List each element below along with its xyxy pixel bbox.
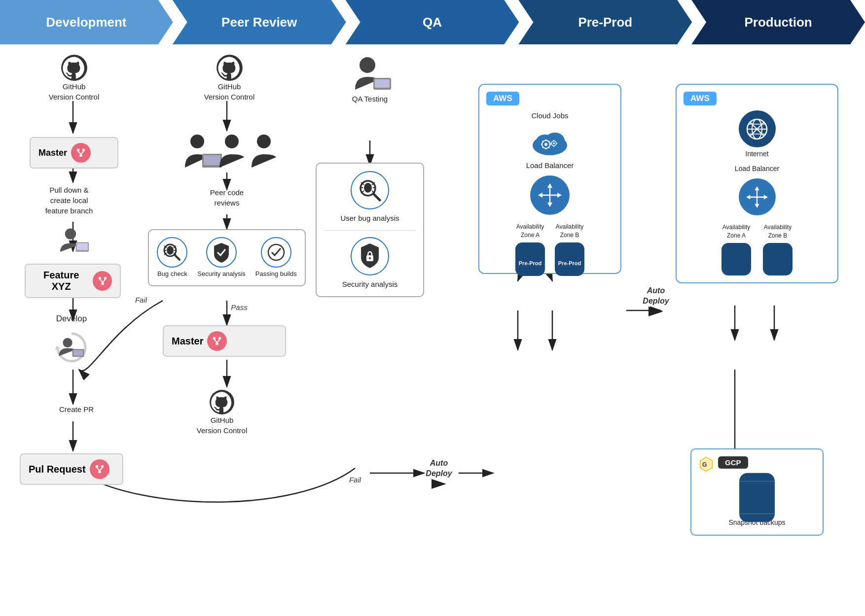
pr-bug-check-label: Bug check xyxy=(157,270,187,278)
prod-internet-icon xyxy=(739,110,776,147)
pr-pass-text: Pass xyxy=(231,303,247,311)
preprod-aws-container: AWS Cloud Jobs Load Bal xyxy=(478,84,621,274)
dev-person-icon xyxy=(57,224,91,259)
prod-zones: AvailabilityZone A AvailabilityZone B xyxy=(684,223,830,275)
preprod-zone-a-label: AvailabilityZone A xyxy=(516,223,544,240)
auto-deploy-prod: AutoDeploy xyxy=(634,286,678,316)
svg-point-47 xyxy=(101,465,104,468)
svg-line-73 xyxy=(215,340,217,342)
dev-develop-label: Develop xyxy=(56,313,87,325)
tab-production-label: Production xyxy=(744,15,812,30)
svg-marker-114 xyxy=(547,183,552,188)
svg-marker-131 xyxy=(764,195,768,199)
dev-master-icon xyxy=(71,143,91,163)
qa-security: Security analysis xyxy=(324,230,416,289)
pr-bug-check: Bug check xyxy=(157,237,187,278)
svg-point-76 xyxy=(360,57,375,73)
svg-point-48 xyxy=(98,471,101,474)
svg-line-81 xyxy=(373,194,380,200)
main-content: GitHubVersion Control Master Pull down &… xyxy=(0,44,865,616)
preprod-lb-label: Load Balancer xyxy=(526,160,574,171)
pr-master-box: Master xyxy=(163,325,286,357)
preprod-aws-box: AWS Cloud Jobs Load Bal xyxy=(478,84,621,274)
tab-preprod: Pre-Prod xyxy=(518,0,692,44)
svg-point-38 xyxy=(104,277,107,280)
svg-line-49 xyxy=(97,468,100,471)
svg-line-32 xyxy=(78,151,81,154)
svg-rect-45 xyxy=(73,350,83,355)
qa-box: User bug analysis Security analysis xyxy=(311,163,429,297)
prod-gcp-container: G GCP Snapshot backups xyxy=(690,448,824,536)
prod-db-a xyxy=(721,243,751,275)
preprod-db-b-label: Pre-Prod xyxy=(558,260,581,266)
pr-fail-label: Fail xyxy=(126,296,156,304)
dev-pul-request-node: Pul Request xyxy=(20,453,123,485)
pr-security-icon xyxy=(206,237,237,268)
tab-qa: QA xyxy=(346,0,519,44)
qa-person-icon xyxy=(348,54,392,94)
svg-point-82 xyxy=(364,183,372,193)
pr-peer-label: Peer codereviews xyxy=(182,187,271,208)
preprod-cloud-jobs-label: Cloud Jobs xyxy=(531,110,568,121)
prod-internet: Internet xyxy=(739,110,776,159)
dev-feature-box: Feature XYZ xyxy=(25,264,121,298)
svg-rect-78 xyxy=(375,79,390,88)
pr-master-icon xyxy=(207,331,227,351)
prod-zone-b: AvailabilityZone B xyxy=(763,223,793,275)
pr-security-analysis: Security analysis xyxy=(197,237,246,278)
svg-line-40 xyxy=(100,279,103,282)
qa-security-icon xyxy=(350,237,390,276)
svg-line-41 xyxy=(103,279,106,282)
preprod-zone-b-label: AvailabilityZone B xyxy=(556,223,583,240)
preprod-zone-a: AvailabilityZone A Pre-Prod xyxy=(515,223,545,266)
dev-github-label: GitHubVersion Control xyxy=(49,81,100,102)
dev-feature-node: Feature XYZ xyxy=(25,264,121,298)
prod-internet-label: Internet xyxy=(745,149,768,159)
pr-passing-label: Passing builds xyxy=(255,270,297,278)
svg-line-105 xyxy=(548,141,549,142)
prod-db-b xyxy=(763,243,793,275)
auto-deploy-prod-arrow xyxy=(649,307,663,316)
preprod-cloud-icon xyxy=(530,126,570,155)
preprod-db-a: Pre-Prod xyxy=(515,242,545,266)
svg-marker-128 xyxy=(755,186,759,190)
prod-lb-icon xyxy=(739,178,776,215)
pr-github-bottom: GitHubVersion Control xyxy=(182,389,261,436)
qa-user-bug: User bug analysis xyxy=(340,171,399,223)
preprod-aws-label: AWS xyxy=(486,92,519,105)
svg-point-29 xyxy=(77,149,80,152)
preprod-lb-icon xyxy=(530,175,570,215)
svg-point-30 xyxy=(82,149,85,152)
qa-fail-label: Fail xyxy=(335,476,375,484)
svg-point-97 xyxy=(544,143,547,146)
svg-point-71 xyxy=(218,337,221,340)
pr-github-label: GitHubVersion Control xyxy=(204,81,255,102)
qa-fail-text: Fail xyxy=(349,476,361,484)
prod-aws-box: AWS Internet Load Balancer xyxy=(676,84,838,283)
preprod-zones: AvailabilityZone A Pre-Prod Availability… xyxy=(486,223,613,266)
qa-user-bug-label: User bug analysis xyxy=(340,213,399,223)
svg-marker-129 xyxy=(755,204,759,207)
preprod-zone-b: AvailabilityZone B Pre-Prod xyxy=(555,223,584,266)
qa-security-label: Security analysis xyxy=(342,279,398,289)
svg-point-72 xyxy=(216,342,219,345)
tab-peer-review: Peer Review xyxy=(173,0,346,44)
prod-zone-a-label: AvailabilityZone A xyxy=(722,223,750,240)
bug-check-icon xyxy=(157,237,187,268)
pr-passing-icon xyxy=(261,237,291,268)
tab-development-label: Development xyxy=(46,15,126,30)
dev-feature-icon xyxy=(93,271,112,291)
dev-pul-request-label: Pul Request xyxy=(29,464,86,475)
svg-marker-118 xyxy=(649,307,663,316)
pr-github-icon xyxy=(216,54,243,81)
pr-master-label: Master xyxy=(172,336,203,347)
svg-line-33 xyxy=(81,151,84,154)
svg-marker-116 xyxy=(538,193,542,198)
header-banner: Development Peer Review QA Pre-Prod Prod… xyxy=(0,0,865,44)
svg-point-91 xyxy=(369,257,371,259)
pr-security-label: Security analysis xyxy=(197,270,246,278)
prod-lb-arrows-icon xyxy=(746,186,768,208)
svg-point-70 xyxy=(213,337,216,340)
qa-bug-icon xyxy=(350,171,390,210)
svg-point-69 xyxy=(268,244,284,260)
